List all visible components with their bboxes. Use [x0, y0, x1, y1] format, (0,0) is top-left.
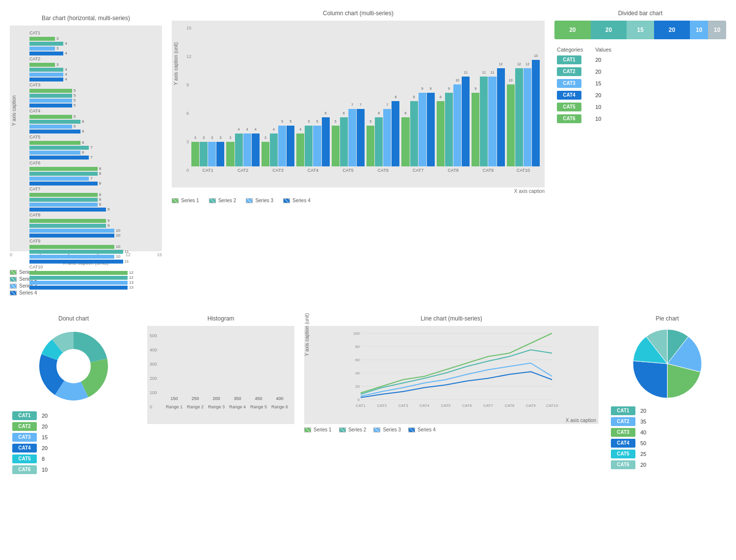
- div-bar-segment: 10: [690, 21, 708, 39]
- hbar-bar: [29, 130, 80, 133]
- hist-bar-value: 200: [212, 396, 220, 401]
- hist-bar-wrap: 350Range 4: [228, 403, 247, 409]
- legend-color-box: [209, 198, 216, 203]
- hbar-bar: [29, 78, 63, 81]
- div-legend-val-header: Values: [593, 45, 621, 54]
- col-bar: 9: [445, 93, 453, 166]
- hbar-bar-wrap: 7: [29, 155, 157, 160]
- col-bar-value: 6: [343, 111, 345, 115]
- hbar-bar-wrap: 4: [29, 51, 157, 55]
- hbar-bar: [29, 198, 98, 202]
- line-y-axis-label: Y axis caption (unit): [304, 313, 310, 356]
- col-bar-value: 9: [474, 87, 476, 90]
- hbar-bar-value: 8: [99, 166, 101, 171]
- col-bar-value: 5: [369, 120, 371, 123]
- col-cat-name: CAT7: [413, 168, 423, 173]
- col-bar-value: 11: [482, 71, 486, 74]
- hbar-bar-value: 5: [74, 93, 76, 98]
- col-bar: 11: [480, 77, 488, 166]
- hbar-bar-value: 5: [74, 88, 76, 93]
- pie-cat-label: CAT2: [611, 417, 635, 426]
- hbar-bar-wrap: 12: [29, 270, 157, 275]
- col-bar-value: 8: [440, 95, 442, 99]
- col-cat-name: CAT4: [308, 168, 318, 173]
- donut-cat-value: 15: [39, 432, 50, 443]
- legend-label: Series 1: [181, 198, 199, 203]
- histogram-title: Histogram: [147, 315, 294, 322]
- hbar-bar-wrap: 9: [29, 218, 157, 223]
- col-bar-value: 6: [378, 111, 380, 115]
- hbar-bar-wrap: 6: [29, 129, 157, 133]
- hist-x-label: Range 4: [229, 404, 246, 409]
- hbar-bar-value: 12: [129, 270, 133, 275]
- div-bar-segment: 20: [554, 21, 591, 39]
- hbar-row-cat10: CAT1012121313: [29, 265, 157, 290]
- line-legend-item: Series 3: [373, 427, 401, 432]
- col-cat-group-cat7: 6899CAT7: [401, 44, 434, 173]
- hbar-bar-wrap: 4: [29, 72, 157, 77]
- col-bar: 7: [357, 109, 365, 166]
- col-cat-name: CAT9: [483, 168, 494, 173]
- hbar-bar: [29, 260, 123, 264]
- hist-bar-value: 250: [191, 396, 199, 401]
- div-legend-row: CAT120: [554, 54, 621, 66]
- hbar-bar: [29, 94, 72, 98]
- col-bars-container: 3333CAT13444CAT23455CAT34556CAT45677CAT5…: [191, 26, 540, 173]
- hbar-bar-wrap: 6: [29, 140, 157, 145]
- pie-legend-row: CAT120: [608, 405, 649, 416]
- line-chart-area: Y axis caption (unit) 020406080100CAT1CA…: [304, 326, 599, 424]
- col-legend-item: Series 1: [172, 198, 199, 203]
- legend-label: Series 2: [348, 427, 367, 432]
- hbar-row-cat7: CAT78889: [29, 187, 157, 212]
- hbar-bar: [29, 219, 106, 223]
- col-cat-group-cat5: 5677CAT5: [332, 44, 365, 173]
- column-chart-section: Column chart (multi-series) Y axis capti…: [172, 10, 545, 300]
- hbar-bar-wrap: 4: [29, 77, 157, 81]
- legend-color-box: [10, 270, 17, 275]
- div-cat-label: CAT5: [557, 103, 581, 111]
- legend-label: Series 3: [383, 427, 401, 432]
- line-chart-section: Line chart (multi-series) Y axis caption…: [304, 315, 599, 475]
- hbar-cat-label: CAT1: [29, 30, 157, 35]
- svg-text:40: 40: [355, 371, 360, 375]
- hbar-bar-wrap: 8: [29, 202, 157, 207]
- col-bar-value: 4: [246, 128, 248, 131]
- hist-bar-value: 150: [170, 396, 178, 401]
- hist-bar-wrap: 200Range 3: [207, 403, 226, 409]
- hbar-bar-wrap: 5: [29, 114, 157, 119]
- hbar-bar-wrap: 5: [29, 103, 157, 107]
- pie-cat-value: 20: [638, 459, 649, 470]
- bar-chart-horizontal-section: Bar chart (horizontal, multi-series) Y a…: [10, 10, 162, 300]
- hbar-bar-value: 7: [90, 176, 92, 181]
- col-bar-value: 6: [405, 111, 407, 115]
- hbar-bar-value: 10: [116, 228, 120, 233]
- hbar-bar: [29, 68, 63, 72]
- hbar-bar-wrap: 10: [29, 254, 157, 259]
- hist-y-tick: 500: [150, 333, 157, 338]
- donut-cat-label: CAT4: [12, 444, 37, 453]
- col-bar-value: 12: [526, 62, 529, 66]
- col-bar: 4: [243, 133, 251, 166]
- column-chart-area: Y axis caption (unit) 03691215 3333CAT13…: [172, 21, 545, 187]
- col-cat-group-cat1: 3333CAT1: [191, 44, 224, 173]
- donut-legend: CAT120CAT220CAT315CAT420CAT58CAT610: [10, 410, 137, 475]
- legend-color-box: [304, 427, 311, 432]
- col-bar-value: 7: [351, 103, 353, 107]
- hbar-bar-value: 3: [56, 36, 58, 41]
- col-bar: 9: [472, 93, 479, 166]
- hist-bar-value: 400: [276, 396, 283, 401]
- col-bar-value: 11: [491, 71, 495, 74]
- hbar-bar: [29, 89, 72, 93]
- hbar-bar: [29, 141, 80, 145]
- hbar-bar-wrap: 7: [29, 176, 157, 181]
- pie-wrapper: [608, 327, 726, 400]
- divided-bar-legend: Categories Values CAT120CAT220CAT315CAT4…: [554, 45, 726, 125]
- div-cat-label: CAT3: [557, 79, 581, 88]
- hbar-bar-wrap: 13: [29, 280, 157, 285]
- col-cat-group-cat8: 891011CAT8: [437, 44, 470, 173]
- hbar-bar-value: 4: [65, 67, 67, 72]
- hist-x-label: Range 2: [187, 404, 204, 409]
- hbar-bar: [29, 99, 72, 103]
- pie-cat-value: 25: [638, 449, 649, 459]
- div-legend-cat-header: Categories: [554, 45, 593, 54]
